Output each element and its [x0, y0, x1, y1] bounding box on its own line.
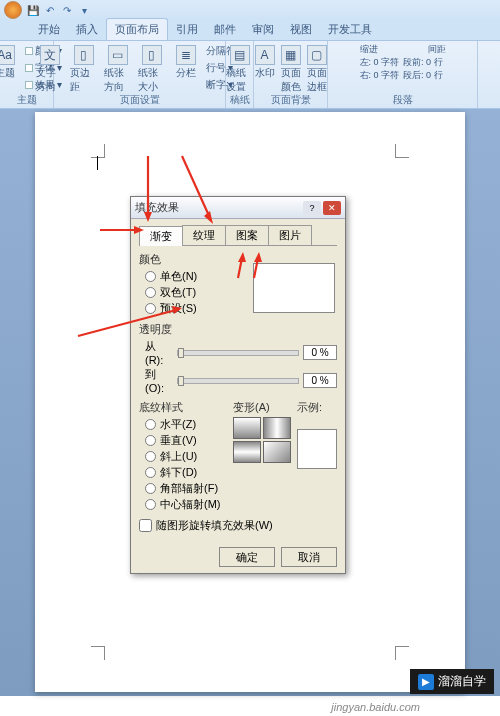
crop-mark-br [395, 646, 409, 660]
text-direction-icon: 文 [40, 45, 60, 65]
tab-view[interactable]: 视图 [282, 19, 320, 40]
dialog-tab-pattern[interactable]: 图案 [225, 225, 269, 245]
tab-home[interactable]: 开始 [30, 19, 68, 40]
dialog-tab-texture[interactable]: 纹理 [182, 225, 226, 245]
themes-button[interactable]: Aa 主题 [0, 43, 21, 82]
orientation-icon: ▭ [108, 45, 128, 65]
watermark-badge: ▶ 溜溜自学 [410, 669, 494, 694]
size-button[interactable]: ▯纸张大小 [136, 43, 168, 96]
radio-diag-up[interactable]: 斜上(U) [145, 449, 227, 464]
themes-icon: Aa [0, 45, 15, 65]
style-fieldset: 底纹样式 水平(Z) 垂直(V) 斜上(U) 斜下(D) 角部辐射(F) 中心辐… [139, 400, 337, 512]
group-paragraph: 缩进 间距 左: 0 字符 段前: 0 行 右: 0 字符 段后: 0 行 段落 [328, 41, 478, 108]
text-cursor [97, 156, 98, 170]
rotate-checkbox[interactable]: 随图形旋转填充效果(W) [139, 518, 337, 533]
spacing-after[interactable]: 段后: 0 行 [403, 69, 443, 82]
window-titlebar: 💾 ↶ ↷ ▾ [0, 0, 500, 20]
dialog-tab-picture[interactable]: 图片 [268, 225, 312, 245]
transparency-label: 透明度 [139, 322, 337, 337]
tab-references[interactable]: 引用 [168, 19, 206, 40]
tab-mailings[interactable]: 邮件 [206, 19, 244, 40]
dialog-tab-gradient[interactable]: 渐变 [139, 226, 183, 246]
ok-button[interactable]: 确定 [219, 547, 275, 567]
group-label-background: 页面背景 [254, 93, 327, 107]
indent-left[interactable]: 左: 0 字符 [360, 56, 400, 69]
columns-button[interactable]: ≣分栏 [170, 43, 202, 82]
columns-icon: ≣ [176, 45, 196, 65]
office-button[interactable] [4, 1, 22, 19]
sample-label: 示例: [297, 400, 337, 415]
tab-page-layout[interactable]: 页面布局 [106, 18, 168, 40]
spacing-label: 间距 [428, 43, 446, 56]
margins-icon: ▯ [74, 45, 94, 65]
group-label-pagesetup: 页面设置 [54, 93, 225, 107]
dialog-footer: 确定 取消 [131, 541, 345, 573]
ribbon: Aa 主题 颜色 ▾ 字体 ▾ 效果 ▾ 主题 文文字方向 ▯页边距 ▭纸张方向… [0, 41, 500, 109]
variant-grid[interactable] [233, 417, 291, 463]
qat-dropdown-icon[interactable]: ▾ [77, 3, 91, 17]
color-preview [253, 263, 335, 313]
page-borders-button[interactable]: ▢页面边框 [305, 43, 329, 96]
watermark-icon: A [255, 45, 275, 65]
source-url: jingyan.baidu.com [331, 701, 420, 713]
crop-mark-tl [91, 144, 105, 158]
crop-mark-tr [395, 144, 409, 158]
group-paper: ▤稿纸设置 稿纸 [226, 41, 254, 108]
group-page-setup: 文文字方向 ▯页边距 ▭纸张方向 ▯纸张大小 ≣分栏 分隔符 ▾ 行号 ▾ 断字… [54, 41, 226, 108]
spacing-before[interactable]: 段前: 0 行 [403, 56, 443, 69]
text-direction-button[interactable]: 文文字方向 [34, 43, 66, 96]
variant-label: 变形(A) [233, 400, 291, 415]
radio-vertical[interactable]: 垂直(V) [145, 433, 227, 448]
watermark-logo-icon: ▶ [418, 674, 434, 690]
page-color-icon: ▦ [281, 45, 301, 65]
watermark-text: 溜溜自学 [438, 673, 486, 690]
watermark-button[interactable]: A水印 [253, 43, 277, 82]
paper-icon: ▤ [230, 45, 250, 65]
tab-insert[interactable]: 插入 [68, 19, 106, 40]
quick-access-toolbar: 💾 ↶ ↷ ▾ [26, 3, 91, 17]
dialog-close-button[interactable]: ✕ [323, 201, 341, 215]
indent-label: 缩进 [360, 43, 378, 56]
dialog-title-text: 填充效果 [135, 200, 179, 215]
tab-developer[interactable]: 开发工具 [320, 19, 380, 40]
group-page-background: A水印 ▦页面颜色 ▢页面边框 页面背景 [254, 41, 328, 108]
sample-preview [297, 429, 337, 469]
radio-diag-down[interactable]: 斜下(D) [145, 465, 227, 480]
transparency-from[interactable]: 从(R): 0 % [139, 339, 337, 366]
orientation-button[interactable]: ▭纸张方向 [102, 43, 134, 96]
dialog-tabs: 渐变 纹理 图案 图片 [139, 225, 337, 246]
themes-label: 主题 [0, 66, 15, 80]
dialog-help-button[interactable]: ? [303, 201, 321, 215]
page-color-button[interactable]: ▦页面颜色 [279, 43, 303, 96]
cancel-button[interactable]: 取消 [281, 547, 337, 567]
group-label-paragraph: 段落 [328, 93, 477, 107]
radio-center[interactable]: 中心辐射(M) [145, 497, 227, 512]
radio-corner[interactable]: 角部辐射(F) [145, 481, 227, 496]
size-icon: ▯ [142, 45, 162, 65]
ribbon-tabs: 开始 插入 页面布局 引用 邮件 审阅 视图 开发工具 [0, 20, 500, 41]
page-border-icon: ▢ [307, 45, 327, 65]
dialog-titlebar[interactable]: 填充效果 ? ✕ [131, 197, 345, 219]
transparency-fieldset: 透明度 从(R): 0 % 到(O): 0 % [139, 322, 337, 394]
crop-mark-bl [91, 646, 105, 660]
transparency-to[interactable]: 到(O): 0 % [139, 367, 337, 394]
qat-redo-icon[interactable]: ↷ [60, 3, 74, 17]
tab-review[interactable]: 审阅 [244, 19, 282, 40]
paper-settings-button[interactable]: ▤稿纸设置 [224, 43, 256, 96]
group-label-paper: 稿纸 [226, 93, 253, 107]
qat-save-icon[interactable]: 💾 [26, 3, 40, 17]
margins-button[interactable]: ▯页边距 [68, 43, 100, 96]
radio-horizontal[interactable]: 水平(Z) [145, 417, 227, 432]
style-label: 底纹样式 [139, 400, 227, 415]
fill-effects-dialog: 填充效果 ? ✕ 渐变 纹理 图案 图片 颜色 单色(N) 双色(T) 预设(S… [130, 196, 346, 574]
qat-undo-icon[interactable]: ↶ [43, 3, 57, 17]
indent-right[interactable]: 右: 0 字符 [360, 69, 400, 82]
